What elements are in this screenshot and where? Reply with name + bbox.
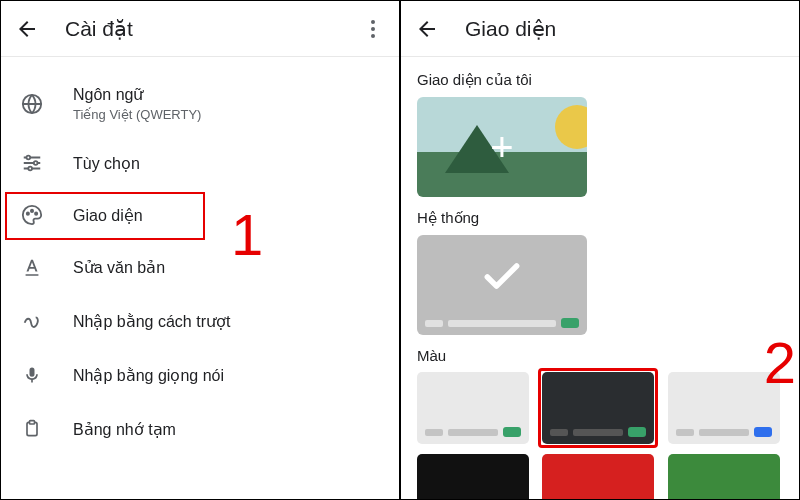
- item-label: Ngôn ngữ: [73, 85, 201, 104]
- palette-icon: [19, 202, 45, 228]
- text-underline-icon: [19, 254, 45, 280]
- settings-item-clipboard[interactable]: Bảng nhớ tạm: [1, 402, 399, 456]
- svg-point-1: [371, 27, 375, 31]
- color-swatch-dark[interactable]: [542, 372, 654, 444]
- svg-point-9: [35, 213, 37, 215]
- color-swatch-black[interactable]: [417, 454, 529, 499]
- settings-item-preferences[interactable]: Tùy chọn: [1, 136, 399, 190]
- item-label: Tùy chọn: [73, 154, 140, 173]
- theme-create-tile[interactable]: +: [417, 97, 587, 197]
- svg-point-4: [27, 156, 31, 160]
- svg-point-7: [27, 213, 29, 215]
- theme-title: Giao diện: [465, 17, 785, 41]
- item-label: Giao diện: [73, 206, 143, 225]
- svg-point-8: [31, 210, 33, 212]
- section-system-label: Hệ thống: [417, 209, 783, 227]
- section-mine-label: Giao diện của tôi: [417, 71, 783, 89]
- settings-panel: Cài đặt Ngôn ngữ Tiếng Việt (QWERTY): [1, 1, 401, 499]
- color-grid: [417, 372, 783, 499]
- clipboard-icon: [19, 416, 45, 442]
- theme-system-tile[interactable]: [417, 235, 587, 335]
- back-icon[interactable]: [415, 17, 439, 41]
- color-swatch-light-blue[interactable]: [668, 372, 780, 444]
- section-color-label: Màu: [417, 347, 783, 364]
- more-icon[interactable]: [361, 17, 385, 41]
- item-label: Sửa văn bản: [73, 258, 165, 277]
- color-swatch-green[interactable]: [668, 454, 780, 499]
- plus-icon: +: [490, 125, 513, 170]
- svg-point-5: [34, 161, 38, 165]
- color-swatch-light[interactable]: [417, 372, 529, 444]
- sliders-icon: [19, 150, 45, 176]
- item-label: Nhập bằng cách trượt: [73, 312, 230, 331]
- svg-rect-11: [30, 421, 35, 424]
- gesture-icon: [19, 308, 45, 334]
- svg-point-0: [371, 20, 375, 24]
- theme-panel: Giao diện Giao diện của tôi + Hệ thống M…: [401, 1, 799, 499]
- check-icon: [480, 255, 524, 299]
- back-icon[interactable]: [15, 17, 39, 41]
- mic-icon: [19, 362, 45, 388]
- settings-item-theme[interactable]: Giao diện: [1, 190, 399, 240]
- settings-item-language[interactable]: Ngôn ngữ Tiếng Việt (QWERTY): [1, 71, 399, 136]
- svg-point-6: [28, 167, 32, 171]
- item-sublabel: Tiếng Việt (QWERTY): [73, 107, 201, 122]
- item-label: Bảng nhớ tạm: [73, 420, 176, 439]
- settings-item-glide[interactable]: Nhập bằng cách trượt: [1, 294, 399, 348]
- svg-point-2: [371, 34, 375, 38]
- settings-list: Ngôn ngữ Tiếng Việt (QWERTY) Tùy chọn: [1, 57, 399, 456]
- color-swatch-red[interactable]: [542, 454, 654, 499]
- settings-item-voice[interactable]: Nhập bằng giọng nói: [1, 348, 399, 402]
- settings-item-textcorrection[interactable]: Sửa văn bản: [1, 240, 399, 294]
- settings-header: Cài đặt: [1, 1, 399, 57]
- theme-header: Giao diện: [401, 1, 799, 57]
- settings-title: Cài đặt: [65, 17, 361, 41]
- globe-icon: [19, 91, 45, 117]
- item-label: Nhập bằng giọng nói: [73, 366, 224, 385]
